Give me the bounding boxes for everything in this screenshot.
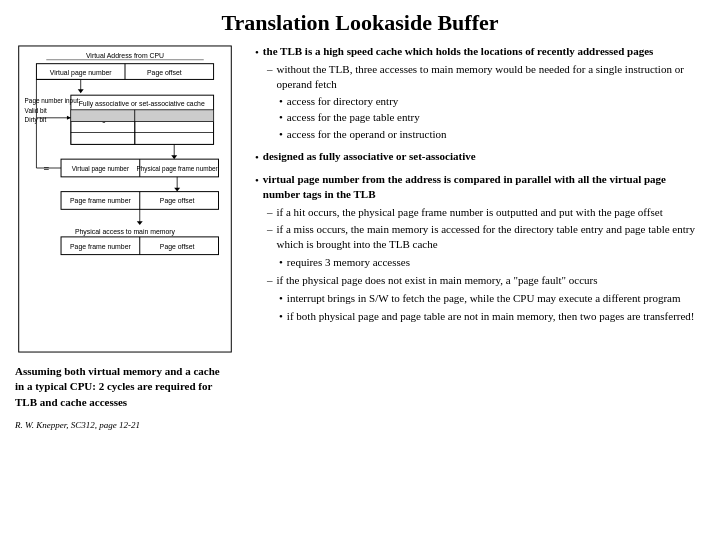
right-panel: • the TLB is a high speed cache which ho… (255, 44, 705, 530)
bullet-3-dot: • (255, 173, 259, 188)
citation: R. W. Knepper, SC312, page 12-21 (15, 420, 245, 430)
bullet-3-sub-3: – if the physical page does not exist in… (267, 273, 705, 288)
svg-text:Page frame number: Page frame number (70, 243, 131, 251)
sub-sub-bullet-miss: • (279, 255, 283, 270)
svg-text:Physical access to main memory: Physical access to main memory (75, 228, 176, 236)
page: Translation Lookaside Buffer Virtual Add… (0, 0, 720, 540)
svg-marker-29 (171, 155, 177, 159)
sub-sub-item-2: • access for the page table entry (279, 110, 705, 125)
sub-sub-item-interrupt: • interrupt brings in S/W to fetch the p… (279, 291, 705, 306)
svg-text:Virtual page number: Virtual page number (50, 69, 112, 77)
svg-marker-45 (137, 221, 143, 225)
access-directory-text: access for directory entry (287, 94, 398, 109)
sub-sub-item-miss: • requires 3 memory accesses (279, 255, 705, 270)
svg-rect-25 (135, 122, 214, 133)
svg-text:Fully associative or set-assoc: Fully associative or set-associative cac… (79, 100, 205, 108)
bullet-3-main: • virtual page number from the address i… (255, 172, 705, 202)
bullet-1-dot: • (255, 45, 259, 60)
sub-3-dash-3: – (267, 273, 273, 288)
left-panel: Virtual Address from CPU Virtual page nu… (15, 44, 245, 530)
svg-text:Page offset: Page offset (160, 243, 195, 251)
sub-3-text-2: if a miss occurs, the main memory is acc… (277, 222, 706, 252)
svg-text:Dirty bit: Dirty bit (25, 116, 47, 124)
svg-rect-20 (71, 110, 135, 122)
svg-text:Physical page frame number: Physical page frame number (137, 165, 219, 173)
bullet-3-sub-2: – if a miss occurs, the main memory is a… (267, 222, 705, 252)
sub-3-dash-1: – (267, 205, 273, 220)
svg-text:Page offset: Page offset (147, 69, 182, 77)
svg-text:Page offset: Page offset (160, 197, 195, 205)
svg-rect-26 (71, 133, 135, 145)
access-operand-text: access for the operand or instruction (287, 127, 447, 142)
sub-sub-bullet-2: • (279, 110, 283, 125)
svg-text:Page frame number: Page frame number (70, 197, 131, 205)
svg-text:Virtual page number: Virtual page number (72, 165, 130, 173)
svg-text:Page number input:: Page number input: (25, 97, 81, 105)
requires-3-text: requires 3 memory accesses (287, 255, 410, 270)
svg-marker-19 (67, 116, 71, 120)
bullet-1-sub-1: – without the TLB, three accesses to mai… (267, 62, 705, 92)
sub-3-text-1: if a hit occurs, the physical page frame… (277, 205, 663, 220)
sub-sub-bullet-3: • (279, 127, 283, 142)
both-pages-text: if both physical page and page table are… (287, 309, 695, 324)
sub-sub-item-1: • access for directory entry (279, 94, 705, 109)
sub-3-text-3: if the physical page does not exist in m… (277, 273, 598, 288)
sub-sub-bullet-interrupt: • (279, 291, 283, 306)
access-page-table-text: access for the page table entry (287, 110, 420, 125)
bullet-1-main: • the TLB is a high speed cache which ho… (255, 44, 705, 60)
bottom-description: Assuming both virtual memory and a cache… (15, 364, 245, 410)
bullet-3-text: virtual page number from the address is … (263, 172, 705, 202)
bullet-3-sub-1: – if a hit occurs, the physical page fra… (267, 205, 705, 220)
sub-sub-bullet-both-pages: • (279, 309, 283, 324)
content-area: Virtual Address from CPU Virtual page nu… (15, 44, 705, 530)
svg-rect-27 (135, 133, 214, 145)
svg-text:Valid bit: Valid bit (25, 107, 47, 114)
svg-marker-39 (174, 188, 180, 192)
svg-text:=: = (43, 162, 49, 173)
sub-sub-item-3: • access for the operand or instruction (279, 127, 705, 142)
svg-rect-21 (135, 110, 214, 122)
interrupt-text: interrupt brings in S/W to fetch the pag… (287, 291, 681, 306)
bullet-1-text: the TLB is a high speed cache which hold… (263, 44, 654, 59)
sub-1-text: without the TLB, three accesses to main … (277, 62, 706, 92)
sub-dash-1: – (267, 62, 273, 77)
bullet-section-1: • the TLB is a high speed cache which ho… (255, 44, 705, 142)
sub-sub-bullet-1: • (279, 94, 283, 109)
bullet-2-dot: • (255, 150, 259, 165)
svg-text:Virtual Address from CPU: Virtual Address from CPU (86, 52, 164, 59)
bullet-2-main: • designed as fully associative or set-a… (255, 149, 705, 165)
page-title: Translation Lookaside Buffer (15, 10, 705, 36)
tlb-diagram: Virtual Address from CPU Virtual page nu… (15, 44, 235, 354)
svg-rect-24 (71, 122, 135, 133)
sub-sub-item-both-pages: • if both physical page and page table a… (279, 309, 705, 324)
sub-3-dash-2: – (267, 222, 273, 237)
bullet-2-text: designed as fully associative or set-ass… (263, 149, 476, 164)
svg-marker-8 (78, 89, 84, 93)
